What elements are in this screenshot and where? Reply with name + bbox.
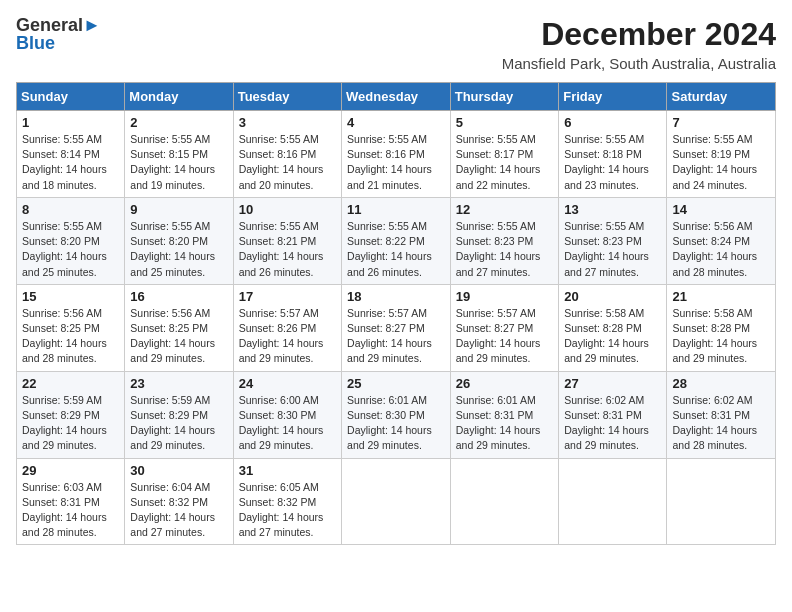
table-row: 21 Sunrise: 5:58 AMSunset: 8:28 PMDaylig… bbox=[667, 284, 776, 371]
day-number: 9 bbox=[130, 202, 227, 217]
day-number: 30 bbox=[130, 463, 227, 478]
day-info: Sunrise: 6:02 AMSunset: 8:31 PMDaylight:… bbox=[672, 394, 757, 452]
table-row: 6 Sunrise: 5:55 AMSunset: 8:18 PMDayligh… bbox=[559, 111, 667, 198]
col-thursday: Thursday bbox=[450, 83, 558, 111]
day-info: Sunrise: 5:55 AMSunset: 8:17 PMDaylight:… bbox=[456, 133, 541, 191]
day-number: 27 bbox=[564, 376, 661, 391]
day-number: 25 bbox=[347, 376, 445, 391]
table-row: 5 Sunrise: 5:55 AMSunset: 8:17 PMDayligh… bbox=[450, 111, 558, 198]
day-info: Sunrise: 5:55 AMSunset: 8:16 PMDaylight:… bbox=[239, 133, 324, 191]
month-title: December 2024 bbox=[502, 16, 776, 53]
table-row: 29 Sunrise: 6:03 AMSunset: 8:31 PMDaylig… bbox=[17, 458, 125, 545]
day-number: 7 bbox=[672, 115, 770, 130]
logo: General► Blue bbox=[16, 16, 101, 54]
day-info: Sunrise: 6:03 AMSunset: 8:31 PMDaylight:… bbox=[22, 481, 107, 539]
day-info: Sunrise: 5:56 AMSunset: 8:25 PMDaylight:… bbox=[130, 307, 215, 365]
day-info: Sunrise: 5:57 AMSunset: 8:27 PMDaylight:… bbox=[347, 307, 432, 365]
day-number: 29 bbox=[22, 463, 119, 478]
table-row: 3 Sunrise: 5:55 AMSunset: 8:16 PMDayligh… bbox=[233, 111, 341, 198]
day-number: 13 bbox=[564, 202, 661, 217]
table-row: 15 Sunrise: 5:56 AMSunset: 8:25 PMDaylig… bbox=[17, 284, 125, 371]
table-row: 24 Sunrise: 6:00 AMSunset: 8:30 PMDaylig… bbox=[233, 371, 341, 458]
table-row: 11 Sunrise: 5:55 AMSunset: 8:22 PMDaylig… bbox=[342, 197, 451, 284]
day-number: 8 bbox=[22, 202, 119, 217]
col-friday: Friday bbox=[559, 83, 667, 111]
day-number: 18 bbox=[347, 289, 445, 304]
col-sunday: Sunday bbox=[17, 83, 125, 111]
logo-line2: Blue bbox=[16, 34, 101, 54]
day-number: 11 bbox=[347, 202, 445, 217]
title-block: December 2024 Mansfield Park, South Aust… bbox=[502, 16, 776, 72]
table-row: 14 Sunrise: 5:56 AMSunset: 8:24 PMDaylig… bbox=[667, 197, 776, 284]
table-row bbox=[450, 458, 558, 545]
table-row: 25 Sunrise: 6:01 AMSunset: 8:30 PMDaylig… bbox=[342, 371, 451, 458]
day-number: 22 bbox=[22, 376, 119, 391]
table-row: 1 Sunrise: 5:55 AMSunset: 8:14 PMDayligh… bbox=[17, 111, 125, 198]
day-info: Sunrise: 5:57 AMSunset: 8:27 PMDaylight:… bbox=[456, 307, 541, 365]
table-row: 23 Sunrise: 5:59 AMSunset: 8:29 PMDaylig… bbox=[125, 371, 233, 458]
day-info: Sunrise: 6:01 AMSunset: 8:30 PMDaylight:… bbox=[347, 394, 432, 452]
day-info: Sunrise: 5:59 AMSunset: 8:29 PMDaylight:… bbox=[22, 394, 107, 452]
day-number: 2 bbox=[130, 115, 227, 130]
day-number: 16 bbox=[130, 289, 227, 304]
table-row bbox=[342, 458, 451, 545]
day-info: Sunrise: 5:55 AMSunset: 8:20 PMDaylight:… bbox=[22, 220, 107, 278]
day-info: Sunrise: 6:02 AMSunset: 8:31 PMDaylight:… bbox=[564, 394, 649, 452]
day-info: Sunrise: 5:55 AMSunset: 8:23 PMDaylight:… bbox=[564, 220, 649, 278]
table-row: 26 Sunrise: 6:01 AMSunset: 8:31 PMDaylig… bbox=[450, 371, 558, 458]
day-info: Sunrise: 5:55 AMSunset: 8:20 PMDaylight:… bbox=[130, 220, 215, 278]
table-row: 18 Sunrise: 5:57 AMSunset: 8:27 PMDaylig… bbox=[342, 284, 451, 371]
table-row: 31 Sunrise: 6:05 AMSunset: 8:32 PMDaylig… bbox=[233, 458, 341, 545]
day-info: Sunrise: 6:00 AMSunset: 8:30 PMDaylight:… bbox=[239, 394, 324, 452]
table-row bbox=[667, 458, 776, 545]
table-row: 13 Sunrise: 5:55 AMSunset: 8:23 PMDaylig… bbox=[559, 197, 667, 284]
location-subtitle: Mansfield Park, South Australia, Austral… bbox=[502, 55, 776, 72]
col-saturday: Saturday bbox=[667, 83, 776, 111]
day-number: 14 bbox=[672, 202, 770, 217]
table-row: 2 Sunrise: 5:55 AMSunset: 8:15 PMDayligh… bbox=[125, 111, 233, 198]
table-row: 7 Sunrise: 5:55 AMSunset: 8:19 PMDayligh… bbox=[667, 111, 776, 198]
day-info: Sunrise: 5:58 AMSunset: 8:28 PMDaylight:… bbox=[564, 307, 649, 365]
day-number: 28 bbox=[672, 376, 770, 391]
day-number: 12 bbox=[456, 202, 553, 217]
day-info: Sunrise: 5:59 AMSunset: 8:29 PMDaylight:… bbox=[130, 394, 215, 452]
day-number: 10 bbox=[239, 202, 336, 217]
day-info: Sunrise: 5:55 AMSunset: 8:14 PMDaylight:… bbox=[22, 133, 107, 191]
table-row bbox=[559, 458, 667, 545]
day-info: Sunrise: 5:55 AMSunset: 8:23 PMDaylight:… bbox=[456, 220, 541, 278]
day-info: Sunrise: 5:55 AMSunset: 8:21 PMDaylight:… bbox=[239, 220, 324, 278]
day-number: 15 bbox=[22, 289, 119, 304]
day-info: Sunrise: 6:05 AMSunset: 8:32 PMDaylight:… bbox=[239, 481, 324, 539]
day-number: 31 bbox=[239, 463, 336, 478]
col-tuesday: Tuesday bbox=[233, 83, 341, 111]
day-number: 1 bbox=[22, 115, 119, 130]
table-row: 9 Sunrise: 5:55 AMSunset: 8:20 PMDayligh… bbox=[125, 197, 233, 284]
table-row: 19 Sunrise: 5:57 AMSunset: 8:27 PMDaylig… bbox=[450, 284, 558, 371]
table-row: 30 Sunrise: 6:04 AMSunset: 8:32 PMDaylig… bbox=[125, 458, 233, 545]
day-info: Sunrise: 5:55 AMSunset: 8:18 PMDaylight:… bbox=[564, 133, 649, 191]
day-info: Sunrise: 5:55 AMSunset: 8:19 PMDaylight:… bbox=[672, 133, 757, 191]
day-number: 21 bbox=[672, 289, 770, 304]
day-info: Sunrise: 5:56 AMSunset: 8:24 PMDaylight:… bbox=[672, 220, 757, 278]
day-number: 24 bbox=[239, 376, 336, 391]
table-row: 28 Sunrise: 6:02 AMSunset: 8:31 PMDaylig… bbox=[667, 371, 776, 458]
table-row: 4 Sunrise: 5:55 AMSunset: 8:16 PMDayligh… bbox=[342, 111, 451, 198]
day-info: Sunrise: 5:58 AMSunset: 8:28 PMDaylight:… bbox=[672, 307, 757, 365]
day-info: Sunrise: 6:04 AMSunset: 8:32 PMDaylight:… bbox=[130, 481, 215, 539]
calendar-table: Sunday Monday Tuesday Wednesday Thursday… bbox=[16, 82, 776, 545]
table-row: 22 Sunrise: 5:59 AMSunset: 8:29 PMDaylig… bbox=[17, 371, 125, 458]
day-number: 17 bbox=[239, 289, 336, 304]
day-number: 4 bbox=[347, 115, 445, 130]
day-number: 23 bbox=[130, 376, 227, 391]
day-number: 3 bbox=[239, 115, 336, 130]
day-info: Sunrise: 5:55 AMSunset: 8:15 PMDaylight:… bbox=[130, 133, 215, 191]
table-row: 8 Sunrise: 5:55 AMSunset: 8:20 PMDayligh… bbox=[17, 197, 125, 284]
day-number: 19 bbox=[456, 289, 553, 304]
day-info: Sunrise: 5:56 AMSunset: 8:25 PMDaylight:… bbox=[22, 307, 107, 365]
table-row: 16 Sunrise: 5:56 AMSunset: 8:25 PMDaylig… bbox=[125, 284, 233, 371]
table-row: 12 Sunrise: 5:55 AMSunset: 8:23 PMDaylig… bbox=[450, 197, 558, 284]
table-row: 10 Sunrise: 5:55 AMSunset: 8:21 PMDaylig… bbox=[233, 197, 341, 284]
day-number: 20 bbox=[564, 289, 661, 304]
day-info: Sunrise: 6:01 AMSunset: 8:31 PMDaylight:… bbox=[456, 394, 541, 452]
calendar-header-row: Sunday Monday Tuesday Wednesday Thursday… bbox=[17, 83, 776, 111]
